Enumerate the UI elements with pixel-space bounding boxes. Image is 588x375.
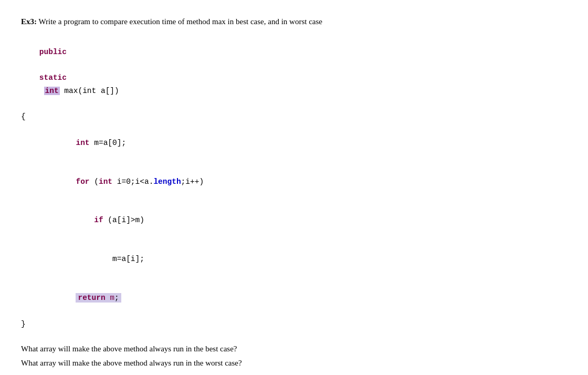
kw-int-1: int: [76, 139, 89, 147]
code-line3: if (a[i]>m): [21, 201, 567, 240]
code-block: public static int max(int a[]) { int m=a…: [21, 33, 567, 331]
kw-return: return: [78, 294, 105, 302]
code-line1: int m=a[0];: [21, 123, 567, 162]
kw-int-highlight: int: [44, 87, 60, 95]
exercise-title: Ex3: Write a program to compare executio…: [21, 16, 567, 28]
code-signature: public static int max(int a[]): [21, 33, 567, 111]
code-brace-close: }: [21, 318, 567, 331]
method-length: length: [153, 178, 181, 186]
line3-rest: (a[i]>m): [103, 216, 144, 224]
line2-end: ;i++): [181, 178, 204, 186]
questions-block: What array will make the above method al…: [21, 342, 567, 370]
code-line4: m=a[i];: [21, 240, 567, 279]
question-1: What array will make the above method al…: [21, 342, 567, 356]
code-line5: return m;: [21, 279, 567, 318]
code-line2: for (int i=0;i<a.length;i++): [21, 162, 567, 201]
return-highlighted: return m;: [76, 293, 121, 303]
line2-rest: i=0;i<a.: [112, 178, 153, 186]
kw-for: for: [76, 178, 89, 186]
title-text: Write a program to compare execution tim…: [37, 17, 322, 26]
kw-if: if: [94, 216, 103, 224]
line4-code: m=a[i];: [112, 255, 144, 263]
kw-int-2: int: [99, 178, 112, 186]
ex-label: Ex3:: [21, 17, 37, 26]
return-semi: ;: [114, 294, 119, 302]
return-var: m: [110, 294, 114, 302]
question-2: What array will make the above method al…: [21, 356, 567, 370]
code-brace-open: {: [21, 110, 567, 123]
line1-rest: m=a[0];: [90, 139, 127, 147]
kw-static: static: [39, 74, 67, 82]
kw-public: public: [39, 48, 67, 56]
signature-rest: max(int a[]): [60, 87, 119, 95]
